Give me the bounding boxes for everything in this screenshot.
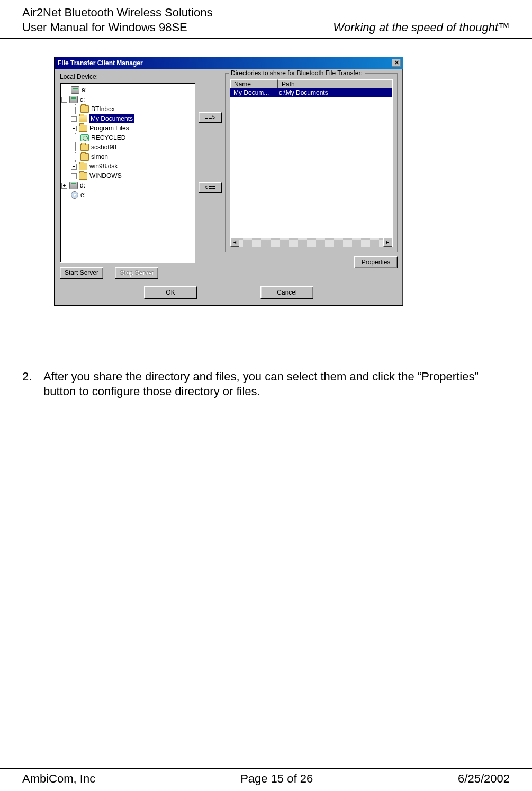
titlebar[interactable]: File Transfer Client Manager ✕: [55, 57, 403, 69]
drive-icon: [69, 96, 78, 103]
expand-icon[interactable]: +: [61, 183, 67, 189]
page-footer: AmbiCom, Inc Page 15 of 26 6/25/2002: [0, 768, 532, 786]
tree-item-programfiles[interactable]: +Program Files: [61, 123, 194, 133]
folder-icon: [79, 163, 87, 170]
tree-label: e:: [80, 190, 86, 200]
folder-icon: [80, 144, 89, 151]
local-device-label: Local Device:: [60, 73, 195, 81]
header-line2: User Manual for Windows 98SE: [22, 20, 213, 35]
page-content: File Transfer Client Manager ✕ Local Dev…: [0, 39, 532, 398]
list-cell-name: My Docum...: [231, 89, 279, 96]
tree-item-e[interactable]: e:: [61, 190, 194, 200]
scroll-right-icon[interactable]: ►: [383, 238, 392, 247]
recycle-icon: [80, 134, 89, 141]
tree-label: c:: [80, 95, 85, 104]
tree-label: win98.dsk: [89, 162, 118, 171]
folder-open-icon: [79, 115, 87, 122]
tree-item-btinbox[interactable]: BTInbox: [61, 104, 194, 114]
expand-icon[interactable]: +: [71, 164, 77, 170]
scroll-track[interactable]: [239, 238, 383, 247]
expand-icon[interactable]: +: [71, 173, 77, 179]
dialog-title: File Transfer Client Manager: [58, 59, 143, 67]
tree-label: BTInbox: [91, 104, 115, 114]
share-group: Directories to share for Bluetooth File …: [225, 73, 398, 252]
tree-label: RECYCLED: [91, 133, 125, 143]
tree-label: Program Files: [89, 123, 129, 133]
close-icon[interactable]: ✕: [392, 59, 401, 67]
folder-icon: [80, 105, 89, 113]
footer-center: Page 15 of 26: [240, 772, 313, 786]
start-server-button[interactable]: Start Server: [60, 267, 103, 279]
remove-share-button[interactable]: <==: [199, 182, 222, 193]
horizontal-scrollbar[interactable]: ◄ ►: [230, 238, 392, 247]
collapse-icon[interactable]: −: [61, 97, 67, 103]
scroll-left-icon[interactable]: ◄: [230, 238, 239, 247]
page-header: Air2Net Bluetooth Wireless Solutions Use…: [0, 0, 532, 39]
tree-item-recycled[interactable]: RECYCLED: [61, 133, 194, 143]
list-item[interactable]: My Docum... c:\My Documents: [230, 88, 392, 97]
share-listview[interactable]: Name Path My Docum... c:\My Documents: [230, 79, 393, 247]
instruction-step-2: 2. After you share the directory and fil…: [22, 369, 510, 398]
column-path[interactable]: Path: [278, 79, 392, 88]
footer-right: 6/25/2002: [458, 772, 510, 786]
drive-icon: [69, 182, 78, 189]
listview-header[interactable]: Name Path: [230, 79, 392, 88]
file-transfer-dialog: File Transfer Client Manager ✕ Local Dev…: [54, 57, 403, 306]
column-name[interactable]: Name: [230, 79, 278, 88]
ok-button[interactable]: OK: [144, 286, 197, 299]
tree-label: simon: [91, 152, 108, 162]
expand-icon[interactable]: +: [71, 116, 77, 122]
cancel-button[interactable]: Cancel: [260, 286, 313, 299]
local-device-tree[interactable]: a: −c: BTInbox +My Documents +Program Fi: [60, 83, 195, 263]
folder-icon: [80, 153, 89, 161]
list-cell-path: c:\My Documents: [279, 89, 391, 96]
header-right: Working at the speed of thought™: [333, 21, 510, 34]
properties-button[interactable]: Properties: [354, 256, 398, 268]
tree-label: a:: [82, 85, 87, 95]
tree-item-scshot98[interactable]: scshot98: [61, 143, 194, 152]
folder-icon: [79, 172, 87, 180]
tree-label: scshot98: [91, 143, 116, 152]
header-left: Air2Net Bluetooth Wireless Solutions Use…: [22, 5, 213, 34]
step-number: 2.: [22, 369, 43, 398]
cdrom-icon: [71, 191, 78, 199]
folder-icon: [79, 125, 87, 132]
step-text: After you share the directory and files,…: [43, 369, 510, 398]
tree-item-a[interactable]: a:: [61, 85, 194, 95]
tree-label: d:: [80, 181, 85, 190]
add-share-button[interactable]: ==>: [199, 112, 222, 123]
header-line1: Air2Net Bluetooth Wireless Solutions: [22, 5, 213, 20]
tree-item-c[interactable]: −c:: [61, 95, 194, 104]
stop-server-button: Stop Server: [115, 267, 158, 279]
expand-icon[interactable]: +: [71, 126, 77, 131]
floppy-icon: [71, 86, 79, 94]
tree-item-d[interactable]: +d:: [61, 181, 194, 190]
tree-item-windows[interactable]: +WINDOWS: [61, 171, 194, 181]
tree-label: My Documents: [89, 114, 134, 123]
tree-item-mydocuments[interactable]: +My Documents: [61, 114, 194, 123]
footer-left: AmbiCom, Inc: [22, 772, 95, 786]
tree-label: WINDOWS: [89, 171, 122, 181]
tree-item-win98dsk[interactable]: +win98.dsk: [61, 162, 194, 171]
share-group-label: Directories to share for Bluetooth File …: [229, 69, 365, 77]
tree-item-simon[interactable]: simon: [61, 152, 194, 162]
